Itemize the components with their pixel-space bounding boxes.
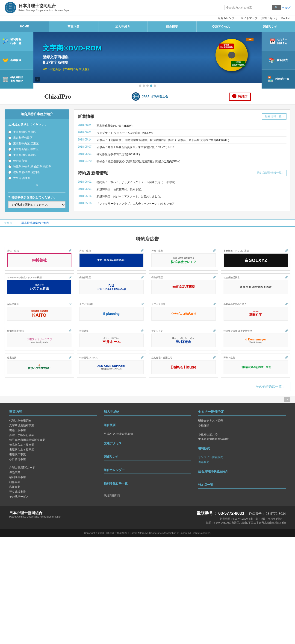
sidebar-select[interactable]: まず地域を選択してください。 [8, 201, 66, 208]
footer-link-2[interactable]: 文字商標集頒布事業 [9, 423, 97, 428]
pause-button[interactable]: ⏸ [35, 77, 40, 82]
ad-card-suto[interactable]: 葬祭・生花🔗 東京・島 須藤石材株式会社 [77, 247, 146, 271]
hero-btn-welfare[interactable]: 🎾 福利厚生行事一覧 [0, 32, 34, 51]
footer-link-retirement[interactable]: 中小企業退職金共済制度 [198, 437, 286, 442]
scroll-down-icon[interactable]: ∨ [284, 397, 290, 402]
footer-link-4[interactable]: 弁理士手帳発行事業 [9, 433, 97, 438]
footer-link-10[interactable]: 弁理士専用DCカード [9, 465, 97, 470]
footer-link-12[interactable]: 福利厚生事業 [9, 475, 97, 480]
indicator-1[interactable] [139, 84, 141, 87]
nav-about[interactable]: 組合概要 [148, 22, 197, 32]
sidebar-option-2[interactable]: 東京都千代田区 [8, 135, 66, 141]
sidebar-content: 1. 地域を選択してください。 東京都港区 墨田区 東京都千代田区 東京都中央区… [5, 119, 69, 212]
footer-link-officers[interactable]: 平成28-29年度役員名簿 [104, 432, 191, 436]
ad-card-nomura[interactable]: マンション🔗 暮らし、続ける。つなぐ 野村不動産 [149, 327, 218, 351]
sidebar-option-9[interactable]: 大阪府 兵庫県 [8, 175, 66, 181]
chizaipro-logo[interactable]: ChizaIPro [44, 93, 71, 100]
jpaa-logo[interactable]: JPAA 日本弁理士会 [132, 92, 168, 101]
sidebar-more-btn[interactable]: ∨ [8, 181, 66, 190]
ad-card-hakuzensha[interactable]: 葬祭・生花🔗 ㈱博善社 [5, 247, 74, 271]
footer-link-13[interactable]: 研修事業 [9, 480, 97, 484]
footer-link-6[interactable]: 物品購入あっ旋事業 [9, 442, 97, 447]
footer-link-9[interactable]: 小口貸付事業 [9, 457, 97, 462]
footer-link-14[interactable]: 広報事業 [9, 484, 97, 490]
sidebar-option-6[interactable]: 他の東京都 [8, 158, 66, 164]
footer-link-11[interactable]: 保険事業 [9, 470, 97, 475]
ad-card-dennemeyer[interactable]: 特許年金管理 高度更新管理🔗 d Dennemeyer The IP Group [221, 327, 290, 351]
main-content: 組合員特許事務所紹介 1. 地域を選択してください。 東京都港区 墨田区 東京都… [0, 105, 295, 220]
more-stores-button[interactable]: その他特約店一覧 › [250, 382, 290, 391]
search-input[interactable] [224, 5, 270, 10]
header-link-english[interactable]: English [281, 17, 290, 20]
footer-link-8[interactable]: 書籍収庁事業 [9, 452, 97, 457]
hero-btn-insurance[interactable]: 🤝 各種保険 [0, 51, 34, 70]
nav-access[interactable]: 交通アクセス [197, 22, 246, 32]
ad-card-tokyo-kadan[interactable]: 保険代理店🔗 ㈱東京花壇葬祭 [149, 274, 218, 297]
ad-card-daiwa[interactable]: 注文住宅・分譲住宅🔗 Daiwa House [149, 354, 218, 378]
footer-link-insurance[interactable]: 各種保険 [198, 423, 286, 428]
nav-business[interactable]: 事業内容 [49, 22, 98, 32]
indicator-3[interactable] [146, 84, 149, 87]
ticker-text[interactable]: 写真投稿募集のご案内 [22, 221, 49, 225]
news-item-6: 2018.04.20 研修会「特定侵害訴訟代理業務試験 対策講座」開催のご案内(… [78, 158, 286, 165]
ad-card-mitsui-home[interactable]: 住宅建築🔗 暮らし、続ける。 三井ホーム [77, 327, 146, 351]
help-link[interactable]: ヘルプ [282, 6, 290, 10]
ad-card-asahi[interactable]: 不動産の売買のご紹介🔗 Asahi 朝日住宅 [221, 300, 290, 324]
news-more-button[interactable]: 新着情報一覧 › [262, 113, 286, 120]
header-link-contact[interactable]: お問い合わせ [261, 16, 278, 20]
ad-card-uchida[interactable]: オフィス設計🔗 ウチダエコ株式会社 [149, 300, 218, 324]
sidebar-option-8[interactable]: 岐阜県 静岡県 愛知県 [8, 170, 66, 175]
footer-link-3[interactable]: 書籍出版事業 [9, 428, 97, 433]
special-more-button[interactable]: 特約店新着情報一覧 › [254, 170, 286, 176]
ad-card-iplanning[interactable]: オフィス移転🔗 i i-planning [77, 300, 146, 324]
footer-col1-title: 事業内容 [9, 410, 97, 416]
scroll-indicator-wrap: ∨ [0, 396, 295, 403]
sidebar-option-7[interactable]: 埼玉県 神奈川県 山梨県 長野県 [8, 164, 66, 170]
footer-col2: 加入手続き 組合概要 平成28-29年度役員名簿 交通アクセス 関連リンク 組合… [104, 410, 191, 499]
hero-btn-patent-office[interactable]: 🏢 組合員特許事務所紹介 [0, 70, 34, 89]
ad-card-hibiya[interactable]: 葬祭・生花🔗 日比谷花壇のお葬式・生花 [221, 354, 290, 378]
footer-link-7[interactable]: 書籍購入あっ旋事業 [9, 447, 97, 452]
sidebar-option-1[interactable]: 東京都港区 墨田区 [8, 129, 66, 135]
footer-col3-books: 書籍販売 [198, 446, 286, 452]
nav-links[interactable]: 関連リンク [246, 22, 295, 32]
header-link-calendar[interactable]: 組合カレンダー [218, 16, 237, 20]
indicator-5[interactable] [154, 84, 156, 87]
hero-btn-books[interactable]: 📚 書籍販売 [261, 51, 295, 70]
dvd-label-refuse: 文字商拒絶文字商標集 [219, 44, 234, 49]
ad-card-family-club[interactable]: 婚姻相談所 婚活🔗 天善ファミリークラブ Your Family Club [5, 327, 74, 351]
sidebar-option-5[interactable]: 東京都台区 豊島区 [8, 152, 66, 158]
footer-link-15[interactable]: 登立建設事業 [9, 490, 97, 494]
hero-btn-seminar[interactable]: 📅 セミナー開催予定 [261, 32, 295, 51]
footer-link-discount[interactable]: 施設利用割引 [104, 493, 191, 498]
nav-home[interactable]: HOME [0, 22, 49, 32]
ad-card-asu[interactable]: 特許管理システム🔗 ASU ATMS SUPPORT 株式会社ASUシステムズ [77, 354, 146, 378]
sidebar-divider [8, 192, 66, 192]
footer-link-books-sale[interactable]: 書籍販売 [198, 460, 286, 464]
footer-col2-access: 交通アクセス [104, 441, 191, 447]
footer-link-16[interactable]: その他サービス [9, 494, 97, 499]
ad-card-seremoa[interactable]: 葬祭・生花🔗 心に 日本を大切にする 株式会社セレモア [149, 247, 218, 271]
footer-link-1[interactable]: 代理人別公報調布 [9, 418, 97, 423]
search-button[interactable]: 🔍 [272, 5, 281, 10]
tokkyocho-logo[interactable]: 🅓 特許庁 [229, 92, 251, 101]
hero-btn-stores[interactable]: 🏪 特約店一覧 [261, 70, 295, 89]
sidebar: 組合員特許事務所紹介 1. 地域を選択してください。 東京都港区 墨田区 東京都… [5, 110, 69, 215]
footer-link-online-books[interactable]: オンライン書籍販売 [198, 455, 286, 460]
header-link-sitemap[interactable]: サイトマップ [241, 16, 257, 20]
nav-join[interactable]: 加入手続き [98, 22, 148, 32]
footer-link-5[interactable]: 特許事務所用消耗紙販売事業 [9, 438, 97, 442]
ad-card-shakaihoken[interactable]: 社会保険労務士🔗 関 東 社 会 保 険 労 務 事 務 所 [221, 274, 290, 297]
sidebar-option-3[interactable]: 東京都中央区 江東区 [8, 141, 66, 146]
sidebar-option-4[interactable]: 東京都新宿区 中野区 [8, 146, 66, 152]
footer-link-textbooks[interactable]: 研修会テキスト販売 [198, 418, 286, 423]
chevron-right-icon: › [282, 115, 283, 118]
ad-card-solxyz[interactable]: 事務機器・パソコン通販🔗 ＆SOLXYZ [221, 247, 290, 271]
ad-card-aoyama[interactable]: ホームページ作成・システム構築🔗 株式会社 システム青山 [5, 274, 74, 297]
ad-card-kaito[interactable]: 保険代理店🔗 損害保険 生協保険 KAITO [5, 300, 74, 324]
ad-card-nb[interactable]: 保険代理店🔗 NB エヌビー日本生命服務株式会社 [77, 274, 146, 297]
welfare-icon: 🎾 [2, 38, 9, 44]
indicator-4[interactable] [150, 84, 152, 87]
indicator-2[interactable] [143, 84, 145, 87]
ad-card-sekisui[interactable]: 住宅建築🔗 🏠 積水ハウス株式会社 [5, 354, 74, 378]
